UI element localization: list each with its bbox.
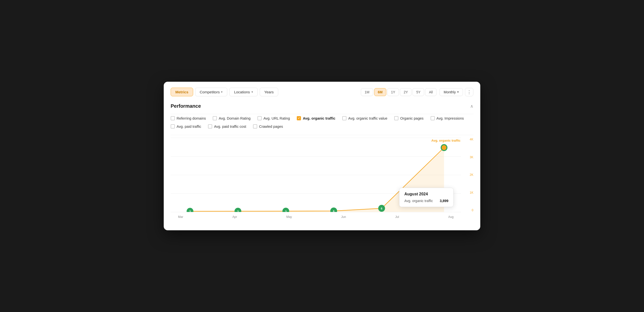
chart-tooltip: August 2024 Avg. organic traffic 3,899: [399, 188, 454, 207]
metric-avg-impressions[interactable]: Avg. Impressions: [430, 116, 464, 120]
section-header: Performance ∧: [171, 103, 473, 109]
time-range-5y[interactable]: 5Y: [412, 88, 424, 96]
metric-avg-url-rating[interactable]: Avg. URL Rating: [258, 116, 290, 120]
chart-endpoint-dot: [442, 145, 447, 150]
x-axis-label: Apr: [232, 215, 237, 219]
main-window: MetricsCompetitors▾Locations▾Years 1M6M1…: [164, 82, 480, 230]
toolbar: MetricsCompetitors▾Locations▾Years 1M6M1…: [171, 88, 473, 96]
metric-label-avg-paid-traffic: Avg. paid traffic: [176, 124, 201, 128]
metric-referring-domains[interactable]: Referring domains: [171, 116, 206, 120]
y-axis: 4K3K2K1K0: [464, 138, 473, 212]
time-range-6m[interactable]: 6M: [374, 88, 386, 96]
metric-avg-paid-traffic-cost[interactable]: Avg. paid traffic cost: [208, 124, 246, 128]
metric-label-avg-organic-traffic-value: Avg. organic traffic value: [348, 116, 387, 120]
checkbox-avg-url-rating[interactable]: [258, 116, 262, 120]
chevron-down-icon: ▾: [252, 90, 253, 94]
chart-area: Avg. organic traffic 333668 4K3K2K1K0 Ma…: [171, 138, 473, 222]
y-axis-label: 3K: [470, 155, 473, 159]
metric-avg-paid-traffic[interactable]: Avg. paid traffic: [171, 124, 201, 128]
metric-label-avg-url-rating: Avg. URL Rating: [264, 116, 290, 120]
more-options-button[interactable]: ⋮: [465, 88, 473, 96]
metric-label-referring-domains: Referring domains: [176, 116, 206, 120]
checkbox-crawled-pages[interactable]: [253, 124, 257, 128]
x-axis: MarAprMayJunJulAug: [171, 212, 461, 222]
svg-text:3: 3: [285, 210, 287, 212]
chart-container: Avg. organic traffic 333668 4K3K2K1K0 Ma…: [171, 138, 473, 222]
metric-avg-organic-traffic-value[interactable]: Avg. organic traffic value: [342, 116, 387, 120]
metric-label-avg-organic-traffic: Avg. organic traffic: [303, 116, 335, 120]
svg-text:3: 3: [189, 210, 191, 212]
x-axis-label: Mar: [178, 215, 183, 219]
x-axis-label: Jul: [395, 215, 399, 219]
tooltip-metric-value: 3,899: [440, 199, 448, 203]
metric-organic-pages[interactable]: Organic pages: [394, 116, 424, 120]
time-range-1m[interactable]: 1M: [361, 88, 373, 96]
checkbox-organic-pages[interactable]: [394, 116, 398, 120]
svg-text:6: 6: [381, 207, 382, 210]
time-range-1y[interactable]: 1Y: [387, 88, 399, 96]
performance-section: Performance ∧ Referring domainsAvg. Doma…: [171, 103, 473, 222]
tooltip-row: Avg. organic traffic 3,899: [404, 199, 448, 203]
tab-competitors[interactable]: Competitors▾: [195, 88, 228, 96]
checkbox-avg-organic-traffic-value[interactable]: [342, 116, 346, 120]
divider: [171, 114, 473, 114]
metric-label-crawled-pages: Crawled pages: [259, 124, 283, 128]
metric-label-avg-impressions: Avg. Impressions: [436, 116, 464, 120]
checkbox-avg-impressions[interactable]: [430, 116, 435, 120]
checkbox-avg-domain-rating[interactable]: [213, 116, 217, 120]
y-axis-label: 0: [472, 209, 473, 212]
metric-label-avg-domain-rating: Avg. Domain Rating: [218, 116, 250, 120]
time-range-2y[interactable]: 2Y: [400, 88, 412, 96]
section-title: Performance: [171, 103, 201, 109]
svg-text:3: 3: [237, 210, 239, 212]
x-axis-label: Jun: [341, 215, 346, 219]
x-axis-label: May: [286, 215, 292, 219]
metric-label-avg-paid-traffic-cost: Avg. paid traffic cost: [214, 124, 246, 128]
metric-avg-domain-rating[interactable]: Avg. Domain Rating: [213, 116, 250, 120]
y-axis-label: 1K: [470, 191, 473, 194]
tab-years[interactable]: Years: [260, 88, 278, 96]
tooltip-metric-label: Avg. organic traffic: [404, 199, 433, 203]
collapse-button[interactable]: ∧: [470, 103, 473, 109]
checkbox-avg-paid-traffic-cost[interactable]: [208, 124, 212, 128]
checkbox-avg-paid-traffic[interactable]: [171, 124, 175, 128]
chevron-down-icon: ▾: [221, 90, 222, 94]
checkbox-avg-organic-traffic[interactable]: [297, 116, 301, 120]
tooltip-date: August 2024: [404, 192, 448, 196]
metrics-row: Referring domainsAvg. Domain RatingAvg. …: [171, 116, 473, 131]
tab-metrics[interactable]: Metrics: [171, 88, 193, 96]
chevron-down-icon: ▾: [457, 90, 459, 94]
time-range-all[interactable]: All: [425, 88, 436, 96]
metric-label-organic-pages: Organic pages: [400, 116, 424, 120]
tab-locations[interactable]: Locations▾: [229, 88, 258, 96]
svg-text:6: 6: [333, 210, 334, 212]
metric-avg-organic-traffic[interactable]: Avg. organic traffic: [297, 116, 335, 120]
granularity-button[interactable]: Monthly ▾: [440, 88, 463, 96]
y-axis-label: 2K: [470, 173, 473, 177]
chart-divider: [171, 135, 473, 135]
toolbar-left: MetricsCompetitors▾Locations▾Years: [171, 88, 278, 96]
metric-crawled-pages[interactable]: Crawled pages: [253, 124, 283, 128]
x-axis-label: Aug: [448, 215, 454, 219]
toolbar-right: 1M6M1Y2Y5YAllMonthly ▾⋮: [361, 88, 473, 96]
y-axis-label: 4K: [470, 138, 473, 141]
checkbox-referring-domains[interactable]: [171, 116, 175, 120]
